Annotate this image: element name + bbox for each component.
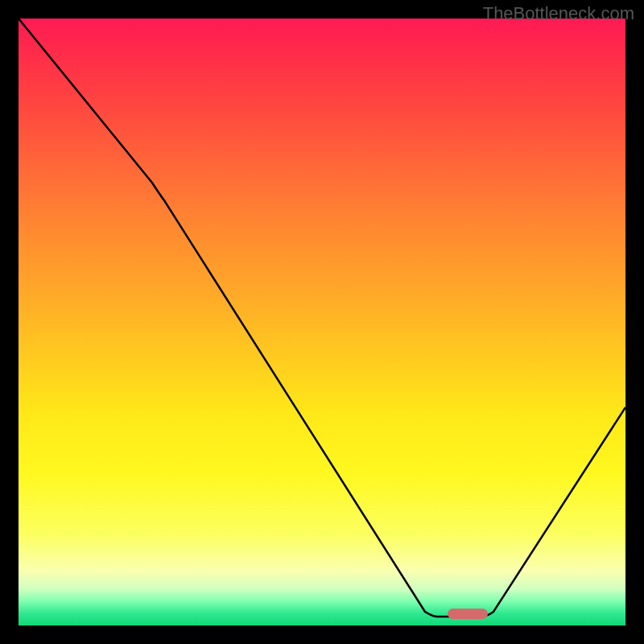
chart-minimum-marker <box>448 609 488 619</box>
chart-curve-svg <box>19 19 625 625</box>
chart-curve <box>19 19 625 617</box>
chart-plot-area <box>19 19 625 625</box>
watermark-text: TheBottleneck.com <box>483 3 634 24</box>
